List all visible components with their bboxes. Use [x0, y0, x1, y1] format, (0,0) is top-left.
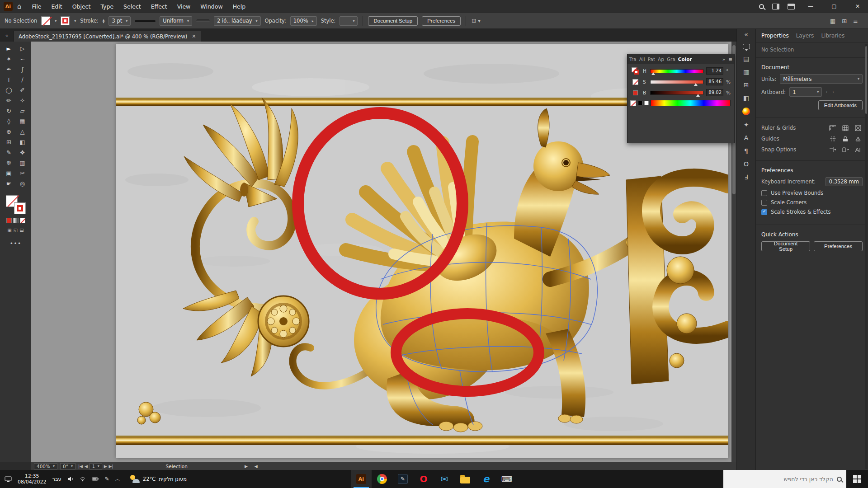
artboard-number-select[interactable]: 1▾ — [90, 463, 102, 469]
close-tab-icon[interactable]: ✕ — [192, 33, 196, 39]
mesh-tool[interactable]: ⊞ — [2, 137, 16, 147]
gradient-button[interactable] — [13, 218, 19, 223]
color-guide-icon[interactable] — [742, 108, 750, 115]
scale-tool[interactable]: ▱ — [16, 106, 29, 116]
none-color-button[interactable] — [630, 100, 636, 106]
snap-to-grid-icon[interactable] — [854, 124, 863, 131]
perspective-grid-tool[interactable]: △ — [16, 127, 29, 137]
illustrator-logo-icon[interactable]: Ai — [4, 2, 13, 11]
opacity-select[interactable]: 100%▸ — [290, 16, 317, 26]
panel-menu-icon[interactable]: ≡ — [853, 18, 858, 24]
collapse-panels-icon[interactable]: « — [744, 31, 748, 38]
edit-toolbar-icon[interactable]: ••• — [9, 240, 21, 247]
draw-normal-icon[interactable]: ▣ — [7, 228, 11, 233]
edit-artboards-button[interactable]: Edit Artboards — [818, 100, 863, 110]
menu-window[interactable]: Window — [195, 0, 227, 13]
line-segment-tool[interactable]: ∕ — [16, 75, 29, 85]
shaper-tool[interactable]: ✧ — [16, 95, 29, 106]
volume-icon[interactable] — [67, 476, 74, 482]
horizontal-scroll-arrows[interactable]: ▶ ◀ — [245, 464, 260, 469]
current-color-icon[interactable] — [633, 90, 638, 95]
eyedropper-tool[interactable]: ✎ — [2, 147, 16, 158]
search-input[interactable] — [728, 476, 833, 483]
keyboard-increment-input[interactable]: 0.3528 mm — [826, 177, 863, 186]
saturation-slider[interactable] — [650, 80, 703, 84]
document-setup-button[interactable]: Document Setup — [761, 241, 810, 251]
type-tool[interactable]: T — [2, 75, 16, 85]
scale-strokes-effects-checkbox[interactable] — [761, 209, 767, 215]
tab-libraries[interactable]: Libraries — [821, 33, 844, 39]
panel-menu-icon[interactable]: ≡ — [728, 56, 732, 62]
swatches-icon[interactable]: ▥ — [743, 68, 749, 75]
scale-corners-checkbox[interactable] — [761, 200, 767, 206]
taskbar-mail[interactable]: ✉ — [434, 470, 455, 488]
tab-transform[interactable]: Tra — [629, 56, 637, 62]
blend-tool[interactable]: ❖ — [16, 147, 29, 158]
minimize-button[interactable]: — — [803, 3, 818, 9]
menu-edit[interactable]: Edit — [46, 0, 67, 13]
zoom-tool[interactable]: ◎ — [16, 178, 29, 189]
character-icon[interactable]: A — [744, 134, 749, 141]
menu-type[interactable]: Type — [95, 0, 118, 13]
taskbar-opera[interactable]: O — [413, 470, 434, 488]
menu-effect[interactable]: Effect — [146, 0, 172, 13]
color-button[interactable] — [6, 218, 12, 223]
lasso-tool[interactable]: ∽ — [16, 54, 29, 64]
align-options-icon[interactable]: ⊞ ▾ — [472, 18, 481, 24]
taskbar-chrome[interactable] — [372, 470, 392, 488]
use-preview-bounds-checkbox[interactable] — [761, 190, 767, 196]
document-tab[interactable]: AdobeStock_219157695 [Converted].ai* @ 4… — [14, 31, 201, 42]
next-artboard-icon[interactable]: ▶ — [104, 464, 107, 469]
preferences-button[interactable]: Preferences — [814, 241, 863, 251]
pen-tool[interactable]: ✒ — [2, 64, 16, 75]
search-icon[interactable] — [759, 4, 764, 9]
show-rulers-icon[interactable] — [828, 124, 837, 131]
make-guides-icon[interactable] — [854, 135, 863, 142]
menu-select[interactable]: Select — [118, 0, 146, 13]
snap-to-point-icon[interactable] — [841, 146, 850, 153]
taskbar-illustrator[interactable]: Ai — [351, 470, 372, 488]
taskbar-explorer[interactable] — [455, 470, 476, 488]
pen-icon[interactable]: ✎ — [105, 476, 109, 482]
brightness-slider[interactable] — [650, 91, 703, 95]
last-artboard-icon[interactable]: ▶| — [109, 464, 113, 469]
tab-color[interactable]: Color — [678, 56, 692, 62]
transform-icon[interactable]: ⊞ — [744, 81, 749, 89]
units-select[interactable]: Millimeters▾ — [780, 74, 863, 84]
language-indicator[interactable]: עבר — [52, 476, 61, 482]
prev-artboard-icon[interactable]: ◀ — [85, 464, 88, 469]
paintbrush-tool[interactable]: ✐ — [16, 85, 29, 95]
selection-tool[interactable]: ► — [2, 43, 16, 54]
weather-widget[interactable]: 22°C מעונן חלקית — [130, 475, 187, 483]
first-artboard-icon[interactable]: |◀ — [78, 464, 83, 469]
free-transform-tool[interactable]: ▦ — [16, 116, 29, 127]
gradient-tool[interactable]: ◧ — [16, 137, 29, 147]
dock-icon[interactable]: ▦ — [830, 18, 835, 24]
brush-select[interactable]: 2 ió.. láaéuay▾ — [214, 16, 261, 26]
stroke-swatch[interactable] — [61, 16, 70, 25]
menu-view[interactable]: View — [172, 0, 196, 13]
hue-value[interactable]: 1.24 — [706, 67, 723, 75]
zoom-level-select[interactable]: 400%▾ — [34, 463, 57, 469]
glyphs-icon[interactable]: Ⅎ — [744, 174, 748, 181]
grid-icon[interactable]: ⊞ — [842, 18, 847, 24]
slice-tool[interactable]: ✂ — [16, 168, 29, 178]
saturation-value[interactable]: 85.46 — [706, 78, 723, 85]
collapse-panel-icon[interactable]: » — [722, 56, 725, 62]
artboard-tool[interactable]: ▣ — [2, 168, 16, 178]
snap-to-glyph-icon[interactable] — [854, 146, 863, 153]
tab-gradient[interactable]: Gra — [667, 56, 675, 62]
hand-tool[interactable]: ☛ — [2, 178, 16, 189]
artboard-nav-arrows[interactable]: ‹ › — [826, 89, 836, 94]
chevron-down-icon[interactable]: ▾ — [74, 19, 76, 23]
home-icon[interactable]: ⌂ — [17, 2, 22, 10]
collapse-tools-icon[interactable]: « — [0, 33, 14, 42]
chevron-up-icon[interactable]: ︿ — [115, 476, 120, 483]
stroke-width-select[interactable]: 3 pt▾ — [108, 16, 131, 26]
width-tool[interactable]: ◊ — [2, 116, 16, 127]
maximize-button[interactable]: ▢ — [826, 3, 842, 9]
tab-layers[interactable]: Layers — [796, 33, 814, 39]
appearance-icon[interactable]: ✦ — [744, 121, 749, 128]
document-setup-button[interactable]: Document Setup — [368, 16, 418, 26]
graph-tool[interactable]: ▥ — [16, 158, 29, 168]
